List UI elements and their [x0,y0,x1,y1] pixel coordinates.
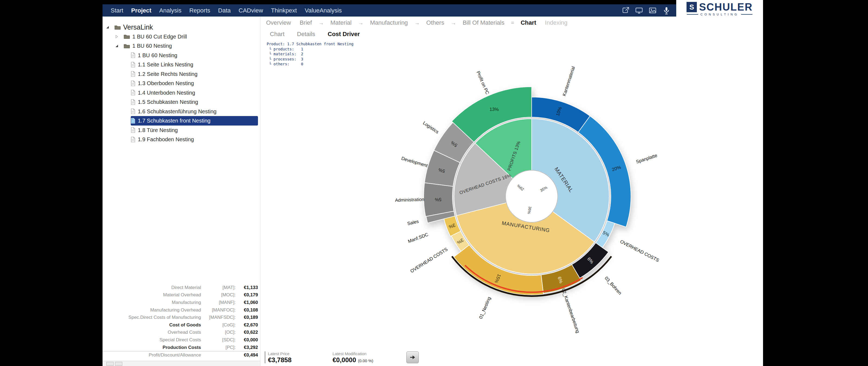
image-icon[interactable] [649,6,657,14]
menu-item-analysis[interactable]: Analysis [159,7,182,14]
latest-modification-block: Latest Modification €0,0000 (0.00 %) [333,352,403,363]
product-info-line-products: └ products: 1 [267,46,353,52]
panel-tab-button[interactable] [106,362,114,366]
summary-label: Manufacturing Overhead [102,307,201,313]
tree-item-1-bu-60-nesting[interactable]: 1 BU 60 Nesting [131,51,258,60]
summary-value: €0,000 [236,337,258,343]
expand-arrow[interactable] [105,25,115,29]
tree-item-1-8-t-re-nesting[interactable]: 1.8 Türe Nesting [131,126,258,135]
summary-value: €1,060 [236,300,258,305]
logo-mark: S [686,2,697,12]
expand-arrow-expanded-icon [115,44,119,48]
document-icon [131,118,135,124]
tree-item-label: 1.4 Unterboden Nesting [138,90,195,95]
tree-item-label: 1.2 Seite Rechts Nesting [138,71,197,77]
mic-icon[interactable] [662,6,671,15]
panel-bottom-bar [102,361,260,366]
tree-item-1-bu-60-cut-edge-drill[interactable]: 1 BU 60 Cut Edge Drill [114,32,258,41]
tree-item-1-9-fachboden-nesting[interactable]: 1.9 Fachboden Nesting [131,135,258,144]
tree-item-1-7-schubkasten-front-nesting[interactable]: 1.7 Schubkasten front Nesting [131,116,258,126]
breadcrumb-item-material[interactable]: Material [330,19,351,26]
chart-label: Manf.SDC [407,232,429,244]
chart-label: OVERHEAD COSTS [619,239,660,263]
product-info-block: Product: 1.7 Schubkasten front Nesting └… [267,41,353,67]
subtab-chart[interactable]: Chart [270,31,284,38]
summary-label: Profit/Discount/Allowance [102,353,201,358]
chart-label: Spanplatte [635,153,658,165]
chart-label: 02_Kantenbearbeitung [561,288,581,334]
menu-item-cadview[interactable]: CADview [239,7,263,14]
breadcrumb-item-indexing[interactable]: Indexing [545,19,567,26]
summary-value: €2,670 [236,322,258,328]
product-info-line-processes: └ processes: 3 [267,57,353,62]
breadcrumb-item-manufacturing[interactable]: Manufacturing [370,19,408,26]
tree-item-1-6-schubkastenf-hrung-nesting[interactable]: 1.6 Schubkastenführung Nesting [131,107,258,116]
tree-item-1-5-schubkasten-nesting[interactable]: 1.5 Schubkasten Nesting [131,97,258,107]
summary-row-profit-discount-allowance: Profit/Discount/Allowance€0,494 [102,352,258,359]
expand-arrow[interactable] [114,44,124,48]
breadcrumb-separator: → [414,20,420,26]
main-area: OverviewBrief→Material→Manufacturing→Oth… [260,16,763,366]
document-icon [131,99,135,105]
cost-summary: Direct Material[MAT]:€1,133Material Over… [102,284,258,359]
chart-label: 03_Bohren [603,275,622,296]
product-info-line-materials: └ materials: 2 [267,52,353,57]
chart-label: 5% [435,197,442,202]
tree-item-1-bu-60-nesting[interactable]: 1 BU 60 Nesting [114,41,258,51]
menu-item-reports[interactable]: Reports [189,7,210,14]
tree-item-label: 1 BU 60 Nesting [132,43,172,48]
folder-icon [124,34,130,39]
tree-item-1-1-seite-links-nesting[interactable]: 1.1 Seite Links Nesting [131,60,258,69]
breadcrumb-item-brief[interactable]: Brief [300,19,312,26]
summary-label: Manufacturing [102,300,201,305]
latest-modification-label: Latest Modification [333,352,403,356]
latest-modification-percent: (0.00 %) [358,358,373,363]
tree-item-1-3-oberboden-nesting[interactable]: 1.3 Oberboden Nesting [131,79,258,88]
summary-row-manufacturing-overhead: Manufacturing Overhead[MANFOC]:€0,108 [102,306,258,314]
breadcrumb-separator: → [318,20,324,26]
subtab-details[interactable]: Details [297,31,315,38]
tree-item-label: 1 BU 60 Nesting [138,53,177,58]
breadcrumb-separator: → [451,20,456,26]
logo-brand-row: S SCHULER [686,2,753,12]
tree-item-1-4-unterboden-nesting[interactable]: 1.4 Unterboden Nesting [131,88,258,98]
summary-label: Overhead Costs [102,330,201,335]
document-icon [131,80,135,86]
chart-label: Profit on PC [475,70,490,95]
desktop-background: StartProjectAnalysisReportsDataCADviewTh… [0,0,868,366]
latest-price-label: Latest Price [268,352,333,356]
expand-arrow[interactable] [114,34,124,39]
display-icon[interactable] [635,6,643,14]
summary-label: Cost of Goods [102,322,201,328]
modification-action-button[interactable] [406,352,419,363]
share-icon[interactable] [621,6,629,14]
app-content: VersaLink1 BU 60 Cut Edge Drill1 BU 60 N… [102,16,763,366]
summary-code: [OC]: [201,330,236,335]
panel-tab-button[interactable] [115,362,122,366]
breadcrumb-item-bill-of-materials[interactable]: Bill Of Materials [463,19,504,26]
chart-label: Development [401,156,428,168]
folder-icon [115,25,121,30]
summary-code: [MOC]: [201,292,236,298]
menu-item-thinkpext[interactable]: Thinkpext [271,7,297,14]
summary-code: [SDC]: [201,337,236,343]
product-title: Product: 1.7 Schubkasten front Nesting [267,41,353,46]
tree-item-label: 1.5 Schubkasten Nesting [138,99,198,105]
menu-item-start[interactable]: Start [111,7,123,14]
expand-arrow-collapsed-icon [115,34,119,39]
folder-icon [124,43,130,48]
tree-item-1-2-seite-rechts-nesting[interactable]: 1.2 Seite Rechts Nesting [131,69,258,79]
breadcrumb-separator: → [358,20,364,26]
subtab-cost-driver[interactable]: Cost Driver [328,31,360,38]
project-tree-panel: VersaLink1 BU 60 Cut Edge Drill1 BU 60 N… [102,16,260,366]
breadcrumb-item-chart[interactable]: Chart [521,19,536,26]
menu-item-valueanalysis[interactable]: ValueAnalysis [305,7,342,14]
menu-item-data[interactable]: Data [218,7,230,14]
document-icon [131,90,135,95]
breadcrumb-item-overview[interactable]: Overview [266,19,291,26]
menu-item-project[interactable]: Project [131,7,151,14]
tree-root-versalink[interactable]: VersaLink [105,23,258,32]
summary-row-overhead-costs: Overhead Costs[OC]:€0,622 [102,329,258,336]
tree-item-label: 1.6 Schubkastenführung Nesting [138,109,216,114]
breadcrumb-item-others[interactable]: Others [426,19,444,26]
